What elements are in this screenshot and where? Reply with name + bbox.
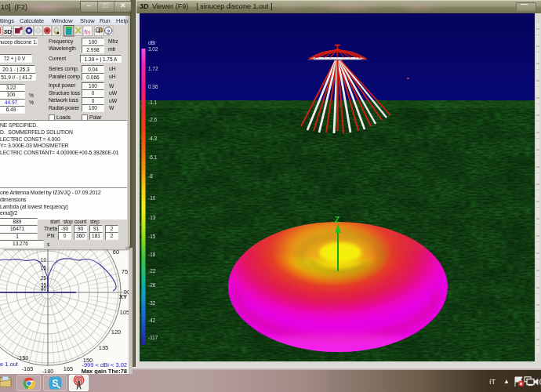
svg-text:-13: -13 xyxy=(148,215,156,220)
svg-text:dBi: dBi xyxy=(148,40,155,45)
svg-text:-6.1: -6.1 xyxy=(148,154,157,160)
svg-text:-2.6: -2.6 xyxy=(148,117,157,122)
svg-text:-8: -8 xyxy=(148,173,153,179)
svg-text:135: 135 xyxy=(99,344,109,351)
svg-text:f(r): f(r) xyxy=(85,28,91,35)
svg-text:-10: -10 xyxy=(148,195,156,201)
svg-text:3D: 3D xyxy=(4,28,12,35)
svg-text:-22: -22 xyxy=(148,268,156,274)
svg-text:Max gain The:78: Max gain The:78 xyxy=(82,368,127,374)
svg-text:15: 15 xyxy=(41,265,47,270)
svg-text:-18: -18 xyxy=(148,252,156,257)
svg-text:-1.1: -1.1 xyxy=(148,100,157,105)
svg-text:e 1.out: e 1.out xyxy=(0,361,19,368)
svg-text:75: 75 xyxy=(122,268,128,275)
svg-text:-165: -165 xyxy=(21,365,33,372)
svg-text:25: 25 xyxy=(41,275,47,281)
svg-text:XY: XY xyxy=(119,293,127,300)
svg-text:120: 120 xyxy=(111,328,122,336)
svg-text:40: 40 xyxy=(41,286,47,292)
svg-text:-42: -42 xyxy=(148,318,156,323)
svg-text:-26: -26 xyxy=(148,282,156,288)
svg-text:165: 165 xyxy=(64,365,74,372)
svg-text:-15: -15 xyxy=(148,234,156,239)
svg-text:Z: Z xyxy=(335,216,339,224)
svg-text:105: 105 xyxy=(120,309,129,316)
svg-text:-180: -180 xyxy=(42,368,53,374)
svg-text:-4.3: -4.3 xyxy=(148,136,157,141)
svg-text:-150: -150 xyxy=(16,354,28,361)
svg-text:1.72: 1.72 xyxy=(148,66,158,71)
svg-text:?: ? xyxy=(107,28,111,35)
svg-text:10: 10 xyxy=(41,257,47,263)
svg-text:3.02: 3.02 xyxy=(148,46,158,52)
svg-text:-117: -117 xyxy=(148,335,158,340)
svg-text:-32: -32 xyxy=(148,300,156,306)
svg-text:0.36: 0.36 xyxy=(148,84,158,89)
svg-text:60: 60 xyxy=(113,249,119,256)
